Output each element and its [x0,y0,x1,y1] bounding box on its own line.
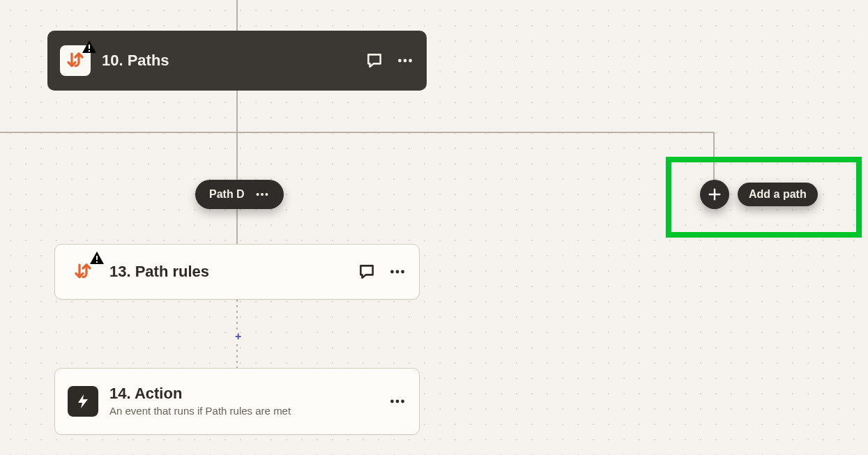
svg-point-22 [390,400,394,403]
action-node[interactable]: 14. Action An event that runs if Path ru… [54,368,420,435]
action-node-subtitle: An event that runs if Path rules are met [109,404,377,418]
more-icon[interactable] [388,263,406,281]
paths-node-title: 10. Paths [102,52,354,70]
paths-node[interactable]: 10. Paths [47,31,427,91]
svg-point-20 [396,270,399,274]
path-branch-pill[interactable]: Path D [195,180,284,209]
more-icon[interactable] [388,392,406,410]
action-node-title: 14. Action [109,385,377,403]
svg-rect-8 [89,50,90,52]
svg-point-11 [409,59,412,63]
path-rules-icon-box [68,256,98,287]
plus-icon [707,187,722,202]
warning-icon [89,249,105,266]
svg-point-24 [401,400,404,403]
paths-icon-box [60,45,91,76]
add-path-control[interactable]: Add a path [700,180,818,209]
svg-rect-7 [89,45,90,49]
action-icon-box [68,386,98,417]
svg-point-12 [256,193,259,196]
comment-icon[interactable] [358,263,376,281]
svg-rect-18 [96,261,98,263]
svg-point-23 [396,400,399,403]
svg-point-10 [404,59,407,63]
svg-rect-17 [96,256,98,260]
more-icon[interactable] [396,52,414,70]
path-rules-node[interactable]: 13. Path rules [54,244,420,300]
svg-point-21 [401,270,404,274]
workflow-canvas[interactable]: 10. Paths Path D [0,0,868,455]
add-path-button[interactable] [700,180,729,209]
svg-point-14 [265,193,268,196]
warning-icon [81,38,98,55]
svg-point-19 [390,270,394,274]
svg-point-13 [261,193,264,196]
svg-point-9 [398,59,402,63]
comment-icon[interactable] [365,52,383,70]
insert-step-button[interactable]: + [232,329,244,344]
path-rules-node-title: 13. Path rules [109,263,347,281]
path-branch-label: Path D [209,188,245,201]
bolt-icon [75,393,91,410]
more-icon[interactable] [254,187,270,202]
add-path-label: Add a path [738,183,818,206]
